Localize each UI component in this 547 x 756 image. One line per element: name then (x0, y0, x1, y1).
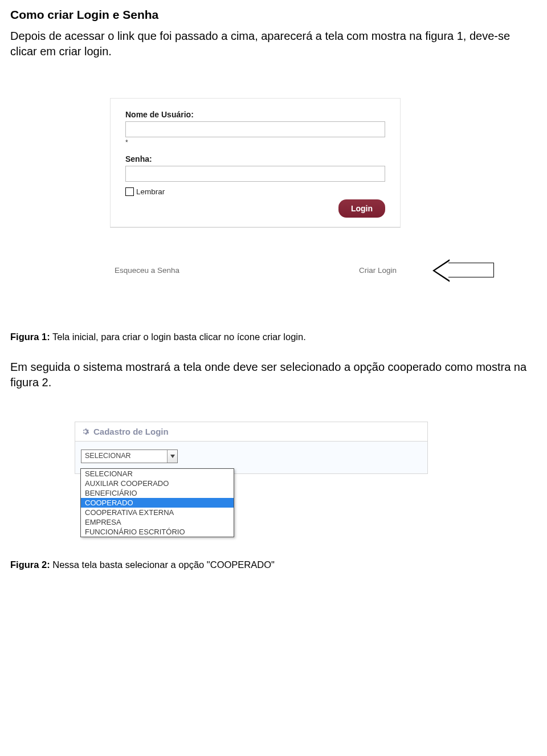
figure-2-text: Nessa tela basta selecionar a opção "COO… (50, 559, 275, 570)
select-panel-header: Cadastro de Login (75, 422, 428, 442)
password-label: Senha: (125, 154, 385, 164)
login-card: Nome de Usuário: * Senha: Lembrar Login (110, 98, 401, 228)
type-select-dropdown: SELECIONAR AUXILIAR COOPERADO BENEFICIÁR… (80, 468, 234, 537)
option-cooperativa-externa[interactable]: COOPERATIVA EXTERNA (81, 508, 234, 517)
figure-1-caption: Figura 1: Tela inicial, para criar o log… (10, 332, 537, 342)
option-funcionario-escritorio[interactable]: FUNCIONÁRIO ESCRITÓRIO (81, 527, 234, 537)
option-auxiliar-cooperado[interactable]: AUXILIAR COOPERADO (81, 479, 234, 488)
figure-1-label: Figura 1: (10, 332, 50, 342)
forgot-password-link[interactable]: Esqueceu a Senha (115, 266, 179, 275)
chevron-down-icon (167, 450, 177, 463)
login-panel: Nome de Usuário: * Senha: Lembrar Login … (76, 70, 435, 314)
doc-paragraph-2: Em seguida o sistema mostrará a tela ond… (10, 359, 537, 390)
username-input[interactable] (125, 121, 385, 137)
gear-icon (81, 427, 89, 436)
option-empresa[interactable]: EMPRESA (81, 517, 234, 527)
login-footer-links: Esqueceu a Senha Criar Login (115, 266, 397, 275)
type-select[interactable]: SELECIONAR (81, 449, 178, 463)
figure-1-text: Tela inicial, para criar o login basta c… (50, 332, 306, 342)
username-label: Nome de Usuário: (125, 110, 385, 119)
select-panel-title: Cadastro de Login (93, 427, 169, 436)
option-selecionar[interactable]: SELECIONAR (81, 469, 234, 479)
type-select-value: SELECIONAR (85, 452, 131, 460)
figure-2-label: Figura 2: (10, 559, 50, 570)
option-beneficiario[interactable]: BENEFICIÁRIO (81, 488, 234, 498)
required-asterisk: * (125, 138, 385, 146)
remember-checkbox[interactable] (125, 187, 134, 196)
password-input[interactable] (125, 166, 385, 182)
option-cooperado[interactable]: COOPERADO (81, 498, 234, 508)
remember-label: Lembrar (136, 187, 165, 196)
figure-2-caption: Figura 2: Nessa tela basta selecionar a … (10, 559, 537, 570)
create-login-link[interactable]: Criar Login (359, 266, 397, 275)
doc-paragraph-1: Depois de acessar o link que foi passado… (10, 28, 537, 59)
remember-row: Lembrar (125, 187, 385, 196)
select-panel: Cadastro de Login SELECIONAR SELECIONAR … (75, 422, 428, 474)
doc-title: Como criar Login e Senha (10, 8, 537, 22)
login-button[interactable]: Login (338, 199, 385, 218)
